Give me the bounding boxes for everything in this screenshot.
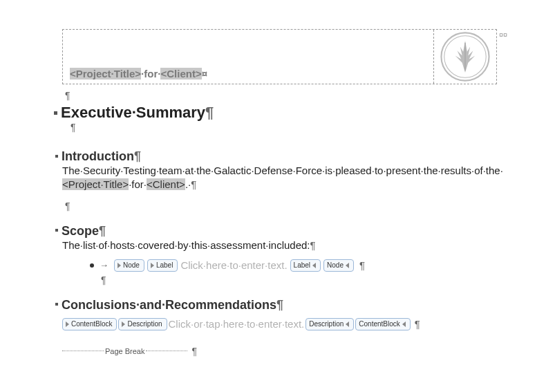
heading-scope: Scope [62,224,99,238]
heading-bullet-icon [55,229,58,232]
field-project-title-inline[interactable]: <Project·Title> [62,178,129,190]
header-table: <Project·Title>·for·<Client>¤ [62,29,497,84]
heading-introduction-row[interactable]: Introduction¶ [55,148,498,164]
heading-bullet-icon [55,303,58,306]
field-project-title[interactable]: <Project·Title> [70,68,141,80]
cell-end-mark: ¤¤ [499,30,507,39]
cc-tag-label-open[interactable]: Label [147,259,178,272]
empty-para: ¶ [62,122,498,136]
conclusions-content-control[interactable]: ContentBlock Description Click·or·tap·he… [62,318,498,330]
document-body[interactable]: ¶ Executive·Summary¶ ¶ Introduction¶ The… [62,90,498,357]
cc-tag-label-close[interactable]: Label [290,259,321,272]
scope-paragraph[interactable]: The·list·of·hosts·covered·by·this·assess… [62,239,498,252]
cc-tag-description-close[interactable]: Description [305,318,354,330]
cc-tag-node-open[interactable]: Node [114,259,144,272]
page-break-label: Page Break [105,347,144,355]
placeholder-text[interactable]: Click·or·tap·here·to·enter·text. [169,318,305,330]
empty-para: ¶ [62,274,498,288]
heading-bullet-icon [55,155,58,158]
heading-scope-row[interactable]: Scope¶ [55,223,498,239]
field-client[interactable]: <Client> [160,68,201,80]
scope-list-item[interactable]: → Node Label Click·here·to·enter·text. L… [90,259,498,272]
heading-bullet-icon [54,111,57,115]
heading-introduction: Introduction [62,149,134,163]
empty-para: ¶ [62,90,498,104]
heading-conclusions: Conclusions·and·Recommendations [62,298,276,312]
heading-exec-summary: Executive·Summary [61,104,205,121]
tab-arrow-icon: → [100,260,109,270]
cc-tag-node-close[interactable]: Node [323,259,354,272]
header-title-text: <Project·Title>·for·<Client>¤ [70,68,207,80]
placeholder-text[interactable]: Click·here·to·enter·text. [180,259,287,271]
phoenix-logo-icon [440,32,490,82]
heading-exec-summary-row[interactable]: Executive·Summary¶ [54,104,498,122]
cc-tag-contentblock-close[interactable]: ContentBlock [355,318,410,330]
cc-tag-description-open[interactable]: Description [118,318,167,330]
heading-conclusions-row[interactable]: Conclusions·and·Recommendations¶ [55,297,498,312]
intro-paragraph[interactable]: The·Security·Testing·team·at·the·Galacti… [62,164,498,192]
page-break: Page Break ¶ [62,346,498,357]
empty-para: ¶ [62,200,498,214]
cc-tag-contentblock-open[interactable]: ContentBlock [62,318,117,330]
header-title-cell[interactable]: <Project·Title>·for·<Client>¤ [63,30,434,84]
field-client-inline[interactable]: <Client> [147,178,185,190]
header-logo-cell [434,30,496,84]
bullet-icon [90,263,94,268]
